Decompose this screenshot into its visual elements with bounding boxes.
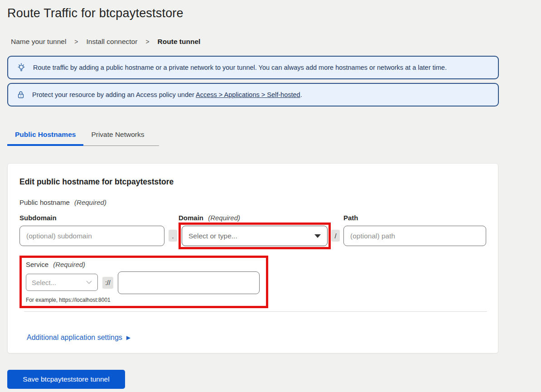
additional-settings-label: Additional application settings <box>27 334 122 342</box>
service-required-label: (Required) <box>53 261 85 268</box>
lock-icon <box>16 90 25 100</box>
banner-text-before-link: Protect your resource by adding an Acces… <box>32 91 196 98</box>
public-hostname-section-label: Public hostname (Required) <box>19 198 486 206</box>
card-heading: Edit public hostname for btcpayteststore <box>19 177 486 187</box>
service-label-text: Service <box>26 261 48 268</box>
additional-application-settings-link[interactable]: Additional application settings ▶ <box>27 334 130 342</box>
domain-required-label: (Required) <box>208 214 240 222</box>
breadcrumb-step-name-your-tunnel[interactable]: Name your tunnel <box>11 38 66 46</box>
breadcrumb-step-route-tunnel: Route tunnel <box>158 38 201 46</box>
info-banner-route-traffic: Route traffic by adding a public hostnam… <box>7 56 499 79</box>
page-content: Route Traffic for btcpayteststore Name y… <box>0 0 499 389</box>
page-title: Route Traffic for btcpayteststore <box>7 6 499 20</box>
domain-label-text: Domain <box>179 214 203 222</box>
domain-select-value: Select or type... <box>188 232 237 240</box>
arrow-right-icon: ▶ <box>126 334 130 341</box>
dot-separator: . <box>169 230 177 242</box>
chevron-down-icon <box>86 281 92 284</box>
scheme-separator: :// <box>102 277 113 289</box>
banner-text-after-link: . <box>300 91 302 98</box>
subdomain-label: Subdomain <box>19 214 164 226</box>
breadcrumb-step-install-connector[interactable]: Install connector <box>87 38 138 46</box>
service-fields-row: Select... :// <box>26 271 260 294</box>
path-label: Path <box>343 214 486 226</box>
caret-down-icon <box>314 234 321 238</box>
card-divider <box>24 311 487 312</box>
slash-separator: / <box>331 230 340 242</box>
service-type-select-value: Select... <box>32 279 56 286</box>
tab-public-hostnames[interactable]: Public Hostnames <box>7 131 83 146</box>
info-banner-access-policy: Protect your resource by adding an Acces… <box>7 83 499 106</box>
service-type-select[interactable]: Select... <box>26 274 98 291</box>
public-hostname-required-label: (Required) <box>74 198 106 206</box>
edit-public-hostname-card: Edit public hostname for btcpayteststore… <box>7 163 498 353</box>
breadcrumb: Name your tunnel > Install connector > R… <box>11 38 499 46</box>
domain-annotation-highlight: Select or type... <box>179 223 331 249</box>
subdomain-input[interactable] <box>19 226 164 246</box>
access-applications-self-hosted-link[interactable]: Access > Applications > Self-hosted <box>196 91 300 98</box>
path-field-group: Path <box>343 214 486 246</box>
breadcrumb-separator: > <box>74 38 78 45</box>
domain-field-group: Domain (Required) Select or type... <box>179 214 331 249</box>
banner-text: Route traffic by adding a public hostnam… <box>33 64 447 71</box>
service-helper-text: For example, https://localhost:8001 <box>26 297 260 303</box>
path-input[interactable] <box>343 226 486 246</box>
subdomain-field-group: Subdomain <box>19 214 164 246</box>
service-section-label: Service (Required) <box>26 261 260 268</box>
domain-select[interactable]: Select or type... <box>182 226 328 246</box>
tab-private-networks[interactable]: Private Networks <box>83 131 159 146</box>
save-tunnel-button[interactable]: Save btcpayteststore tunnel <box>7 370 125 389</box>
service-annotation-highlight: Service (Required) Select... :// For exa… <box>19 256 268 308</box>
breadcrumb-separator: > <box>145 38 149 45</box>
tab-bar: Public Hostnames Private Networks <box>7 131 499 146</box>
lightbulb-icon <box>16 63 26 73</box>
hostname-fields-row: Subdomain . Domain (Required) Select or … <box>19 214 486 249</box>
banner-text: Protect your resource by adding an Acces… <box>32 91 302 98</box>
public-hostname-label: Public hostname <box>19 198 70 206</box>
service-url-input[interactable] <box>118 271 260 294</box>
